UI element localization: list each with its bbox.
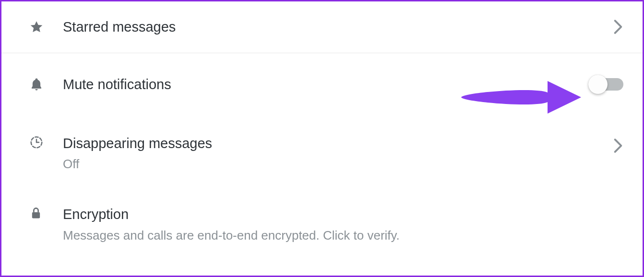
timer-icon xyxy=(29,135,63,150)
starred-messages-row[interactable]: Starred messages xyxy=(1,1,643,53)
chevron-right-icon xyxy=(613,19,623,35)
encryption-sub: Messages and calls are end-to-end encryp… xyxy=(63,228,623,244)
star-icon xyxy=(29,20,63,34)
disappearing-messages-label: Disappearing messages xyxy=(63,135,613,152)
chevron-right-icon xyxy=(613,135,623,153)
toggle-knob xyxy=(588,75,608,94)
mute-notifications-toggle[interactable] xyxy=(590,78,623,91)
lock-icon xyxy=(29,206,63,220)
disappearing-messages-value: Off xyxy=(63,156,613,173)
bell-icon xyxy=(29,77,63,92)
mute-notifications-row[interactable]: Mute notifications xyxy=(1,53,643,116)
starred-messages-label: Starred messages xyxy=(63,19,613,35)
contact-info-panel: Starred messages Mute notifications xyxy=(1,1,643,254)
encryption-label: Encryption xyxy=(63,206,623,223)
encryption-row[interactable]: Encryption Messages and calls are end-to… xyxy=(1,192,643,254)
svg-rect-3 xyxy=(32,212,40,219)
disappearing-messages-row[interactable]: Disappearing messages Off xyxy=(1,116,643,192)
mute-notifications-label: Mute notifications xyxy=(63,76,590,93)
